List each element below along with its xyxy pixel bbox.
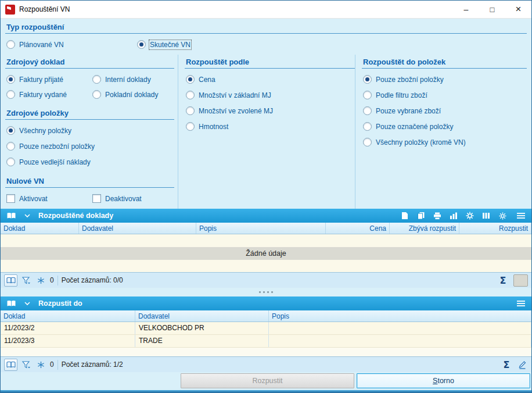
radio-pouze-vedlejsi[interactable]: Pouze vedlejší náklady bbox=[6, 158, 174, 166]
grid2-column-headers: Doklad Dodavatel Popis bbox=[1, 310, 531, 322]
freeze-icon[interactable] bbox=[35, 274, 46, 287]
open-book-icon[interactable] bbox=[5, 298, 17, 309]
cell-doklad: 11/2023/2 bbox=[1, 322, 135, 334]
column-header-doklad[interactable]: Doklad bbox=[1, 310, 135, 321]
menu-icon[interactable] bbox=[515, 210, 527, 221]
minimize-button[interactable]: – bbox=[453, 1, 479, 18]
radio-pokladni-doklady[interactable]: Pokladní doklady bbox=[92, 90, 174, 99]
radio-icon bbox=[6, 90, 15, 99]
filter-icon[interactable] bbox=[21, 274, 32, 287]
chart-icon[interactable] bbox=[447, 210, 460, 221]
checkbox-icon bbox=[6, 194, 15, 203]
radio-label: Pouze vedlejší náklady bbox=[19, 158, 91, 166]
chevron-down-icon[interactable] bbox=[21, 210, 34, 221]
radio-icon bbox=[186, 106, 195, 115]
cell-doklad: 11/2023/3 bbox=[1, 335, 135, 347]
grid1-title: Rozpouštěné doklady bbox=[38, 212, 395, 220]
maximize-button[interactable]: □ bbox=[479, 1, 505, 18]
section-heading-zdrojove-polozky: Zdrojové položky bbox=[5, 106, 174, 120]
section-heading-typ: Typ rozpouštění bbox=[5, 20, 527, 34]
column-header-rozpustit[interactable]: Rozpustit bbox=[459, 223, 531, 234]
options-panel: Typ rozpouštění Plánované VN Skutečné VN… bbox=[1, 19, 531, 209]
radio-label: Všechny položky (kromě VN) bbox=[376, 138, 466, 147]
radio-label: Skutečné VN bbox=[150, 41, 190, 49]
radio-label: Pokladní doklady bbox=[105, 91, 158, 99]
radio-pouze-vybrane[interactable]: Pouze vybrané zboží bbox=[363, 106, 527, 115]
settings-gear-icon[interactable] bbox=[496, 210, 509, 221]
open-book-icon[interactable] bbox=[5, 210, 17, 221]
radio-icon bbox=[186, 91, 195, 99]
column-header-zbyva-rozpustit[interactable]: Zbývá rozpustit bbox=[390, 223, 459, 234]
freeze-icon[interactable] bbox=[35, 359, 46, 371]
radio-vsechny-polozky[interactable]: Všechny položky bbox=[6, 126, 174, 135]
rozpoustet-podle-options: Cena Množství v základní MJ Množství ve … bbox=[185, 69, 355, 138]
copy-icon[interactable] bbox=[415, 210, 427, 221]
grid1-body: Žádné údaje bbox=[1, 234, 531, 272]
edit-button-disabled[interactable] bbox=[513, 274, 528, 287]
sum-icon[interactable]: Σ bbox=[499, 358, 513, 371]
radio-icon bbox=[92, 90, 101, 99]
empty-state: Žádné údaje bbox=[1, 247, 531, 260]
column-header-popis[interactable]: Popis bbox=[196, 223, 326, 234]
checkbox-deaktivovat[interactable]: Deaktivovat bbox=[92, 194, 142, 203]
columns-icon[interactable] bbox=[480, 210, 493, 221]
rozpustit-button[interactable]: Rozpustit bbox=[181, 373, 354, 388]
column-header-popis[interactable]: Popis bbox=[269, 310, 531, 321]
grid2-footer: 0 Počet záznamů: 1/2 Σ bbox=[1, 356, 531, 372]
table-row[interactable]: 11/2023/3 TRADE bbox=[1, 335, 531, 348]
view-book-icon[interactable] bbox=[4, 359, 17, 371]
grid1-column-headers: Doklad Dodavatel Popis Cena Zbývá rozpus… bbox=[1, 223, 531, 234]
column-header-dodavatel[interactable]: Dodavatel bbox=[135, 310, 269, 321]
print-icon[interactable] bbox=[431, 210, 444, 221]
storno-button[interactable]: Storno bbox=[357, 373, 530, 388]
filter-icon[interactable] bbox=[21, 359, 32, 371]
radio-pouze-nezbozni[interactable]: Pouze nezbožní položky bbox=[6, 142, 174, 151]
view-book-icon[interactable] bbox=[4, 274, 17, 287]
radio-icon bbox=[92, 75, 101, 84]
radio-podle-filtru[interactable]: Podle filtru zboží bbox=[363, 91, 527, 99]
actions-gear-icon[interactable] bbox=[463, 210, 476, 221]
radio-skutecne-vn[interactable]: Skutečné VN bbox=[137, 40, 190, 49]
checkbox-label: Deaktivovat bbox=[105, 195, 142, 203]
radio-pouze-oznacene[interactable]: Pouze označené položky bbox=[363, 122, 527, 131]
radio-faktury-vydane[interactable]: Faktury vydané bbox=[6, 90, 92, 99]
column-header-dodavatel[interactable]: Dodavatel bbox=[79, 223, 196, 234]
radio-hmotnost[interactable]: Hmotnost bbox=[186, 122, 355, 131]
chevron-down-icon[interactable] bbox=[21, 298, 34, 309]
column-header-cena[interactable]: Cena bbox=[326, 223, 390, 234]
new-document-icon[interactable] bbox=[398, 210, 411, 221]
radio-planovane-vn[interactable]: Plánované VN bbox=[6, 40, 137, 49]
radio-label: Pouze zbožní položky bbox=[376, 76, 444, 84]
column-header-doklad[interactable]: Doklad bbox=[1, 223, 79, 234]
radio-cena[interactable]: Cena bbox=[186, 75, 355, 84]
radio-icon bbox=[363, 106, 372, 115]
close-button[interactable]: × bbox=[505, 1, 531, 18]
splitter-handle[interactable] bbox=[1, 288, 531, 296]
radio-vsechny-krome-vn[interactable]: Všechny položky (kromě VN) bbox=[363, 138, 527, 147]
section-heading-rozpoustet-do: Rozpouštět do položek bbox=[362, 55, 527, 69]
cell-popis bbox=[269, 335, 531, 347]
radio-faktury-prijate[interactable]: Faktury přijaté bbox=[6, 75, 92, 84]
radio-mnozstvi-zakladni-mj[interactable]: Množství v základní MJ bbox=[186, 91, 355, 99]
radio-label: Pouze vybrané zboží bbox=[376, 107, 441, 115]
window-title: Rozpouštění VN bbox=[19, 5, 453, 13]
dialog-content: Typ rozpouštění Plánované VN Skutečné VN… bbox=[1, 19, 531, 392]
nulove-vn-options: Aktivovat Deaktivovat bbox=[5, 188, 174, 209]
grid-rozpoustene-doklady: Rozpouštěné doklady bbox=[1, 209, 531, 288]
radio-icon bbox=[363, 138, 372, 147]
options-columns: Zdrojový doklad Faktury přijaté Interní … bbox=[5, 55, 527, 209]
radio-pouze-zbozni[interactable]: Pouze zbožní položky bbox=[363, 75, 527, 84]
menu-icon[interactable] bbox=[515, 298, 527, 309]
radio-interni-doklady[interactable]: Interní doklady bbox=[92, 75, 174, 84]
cell-popis bbox=[269, 322, 531, 334]
radio-icon bbox=[6, 40, 15, 49]
table-row[interactable]: 11/2023/2 VELKOOBCHOD PR bbox=[1, 322, 531, 335]
checkbox-aktivovat[interactable]: Aktivovat bbox=[6, 194, 92, 203]
edit-pencil-icon[interactable] bbox=[517, 359, 528, 371]
section-heading-nulove-vn: Nulové VN bbox=[5, 174, 174, 188]
radio-label: Množství ve zvolené MJ bbox=[199, 107, 273, 115]
sum-icon[interactable]: Σ bbox=[496, 274, 510, 287]
column-rozpoustet-podle: Rozpouštět podle Cena Množství v základn… bbox=[178, 55, 355, 209]
radio-mnozstvi-zvolene-mj[interactable]: Množství ve zvolené MJ bbox=[186, 106, 355, 115]
radio-label: Pouze nezbožní položky bbox=[19, 142, 95, 151]
